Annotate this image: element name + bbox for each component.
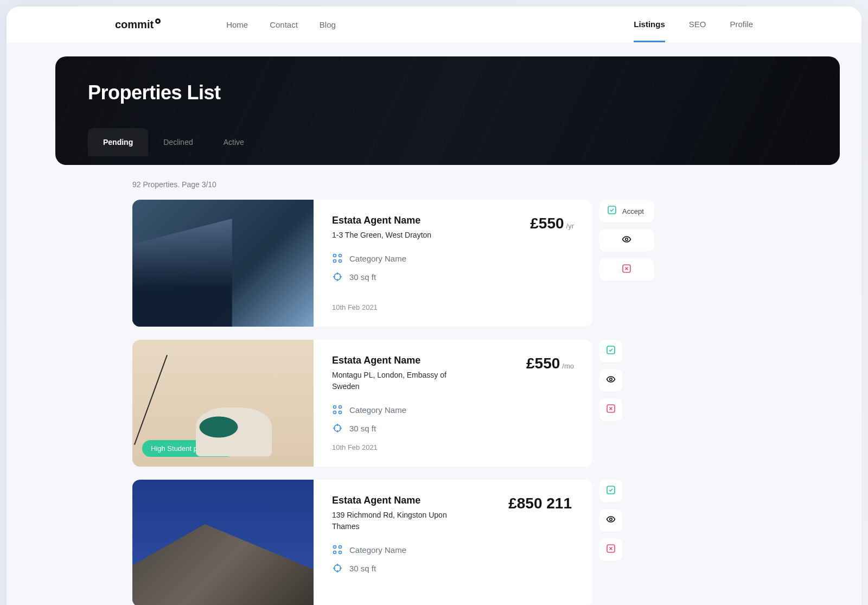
hero-tabs: PendingDeclinedActive [88,128,807,156]
svg-point-10 [334,406,336,409]
category-icon [332,253,343,264]
listing-body: Estata Agent Name139 Richmond Rd, Kingst… [314,480,592,605]
area-icon [332,423,343,434]
listing-image [132,480,314,605]
svg-point-1 [157,20,159,22]
page-title: Properties List [88,81,807,104]
category-label: Category Name [349,545,406,555]
listing-actions [599,480,623,605]
category-icon [332,544,343,555]
address: 1-3 The Green, West Drayton [332,230,431,241]
category-label: Category Name [349,405,406,415]
listing-date: 10th Feb 2021 [332,443,574,451]
svg-point-20 [334,551,336,554]
view-button[interactable] [599,369,623,392]
nav-right: ListingsSEOProfile [634,14,753,36]
svg-point-11 [339,406,342,409]
eye-icon [606,374,616,386]
accept-button[interactable]: Accept [599,200,654,222]
category-label: Category Name [349,254,406,263]
listing-card[interactable]: High Student populationEstata Agent Name… [132,340,592,467]
nav-link-home[interactable]: Home [226,20,248,29]
reject-button[interactable] [599,538,623,561]
listing-card[interactable]: Estata Agent Name139 Richmond Rd, Kingst… [132,480,592,605]
svg-point-16 [610,378,612,381]
close-icon [622,264,631,276]
topbar: commit HomeContactBlog ListingsSEOProfil… [7,7,861,43]
svg-point-12 [334,411,336,414]
price: £550/yr [530,215,574,232]
category-icon [332,404,343,415]
svg-point-19 [339,546,342,549]
listing-body: Estata Agent Name1-3 The Green, West Dra… [314,200,592,327]
area-label: 30 sq ft [349,564,376,573]
listing-row: High Student populationEstata Agent Name… [132,340,753,467]
check-icon [606,485,616,497]
app-frame: commit HomeContactBlog ListingsSEOProfil… [7,7,861,605]
listing-date: 10th Feb 2021 [332,303,574,311]
eye-icon [622,234,631,246]
view-button[interactable] [599,509,623,532]
listing-actions: Accept [599,200,654,327]
listing-row: Estata Agent Name1-3 The Green, West Dra… [132,200,753,327]
area-icon [332,271,343,282]
view-button[interactable] [599,229,654,252]
content: 92 Properties. Page 3/10 Estata Agent Na… [7,165,861,605]
tab-declined[interactable]: Declined [148,128,208,156]
check-icon [606,345,616,357]
listing-card[interactable]: Estata Agent Name1-3 The Green, West Dra… [132,200,592,327]
accept-label: Accept [622,207,644,215]
address: Montagu PL, London, Embassy of Sweden [332,370,473,392]
agent-name: Estata Agent Name [332,215,431,226]
price-value: £550 [530,215,564,232]
nav-link-contact[interactable]: Contact [270,20,298,29]
price: £550/mo [526,355,574,372]
close-icon [606,404,616,416]
reject-button[interactable] [599,258,654,281]
tab-pending[interactable]: Pending [88,128,148,156]
nav-link-profile[interactable]: Profile [730,20,753,42]
agent-name: Estata Agent Name [332,355,473,366]
nav-link-seo[interactable]: SEO [689,20,706,42]
svg-point-18 [334,546,336,549]
hero: Properties List PendingDeclinedActive [55,56,840,165]
nav-link-listings[interactable]: Listings [634,20,665,42]
listing-image: High Student population [132,340,314,467]
price-unit: /mo [562,362,574,370]
listing-actions [599,340,623,467]
accept-button[interactable] [599,480,623,502]
tab-active[interactable]: Active [208,128,259,156]
area-label: 30 sq ft [349,424,376,433]
listing-row: Estata Agent Name139 Richmond Rd, Kingst… [132,480,753,605]
listing-body: Estata Agent NameMontagu PL, London, Emb… [314,340,592,467]
svg-point-24 [610,518,612,521]
svg-point-21 [339,551,342,554]
price-value: £550 [526,355,560,372]
svg-point-4 [334,260,336,263]
address: 139 Richmond Rd, Kingston Upon Thames [332,510,473,532]
accept-button[interactable] [599,340,623,362]
reject-button[interactable] [599,398,623,421]
check-icon [607,205,617,217]
svg-point-5 [339,260,342,263]
eye-icon [606,514,616,526]
svg-point-2 [334,254,336,257]
area-icon [332,563,343,574]
logo[interactable]: commit [115,18,161,32]
area-label: 30 sq ft [349,272,376,282]
nav-link-blog[interactable]: Blog [320,20,336,29]
price-unit: /yr [566,222,574,230]
logo-icon [155,18,161,24]
svg-point-13 [339,411,342,414]
svg-point-8 [626,238,628,241]
price: £850 211 [508,495,574,512]
summary-text: 92 Properties. Page 3/10 [132,180,753,189]
price-value: £850 211 [508,495,572,512]
close-icon [606,544,616,556]
listing-image [132,200,314,327]
nav-left: HomeContactBlog [226,20,336,29]
agent-name: Estata Agent Name [332,495,473,506]
svg-point-3 [339,254,342,257]
listing-badge: High Student population [142,440,235,457]
logo-text: commit [115,18,154,31]
